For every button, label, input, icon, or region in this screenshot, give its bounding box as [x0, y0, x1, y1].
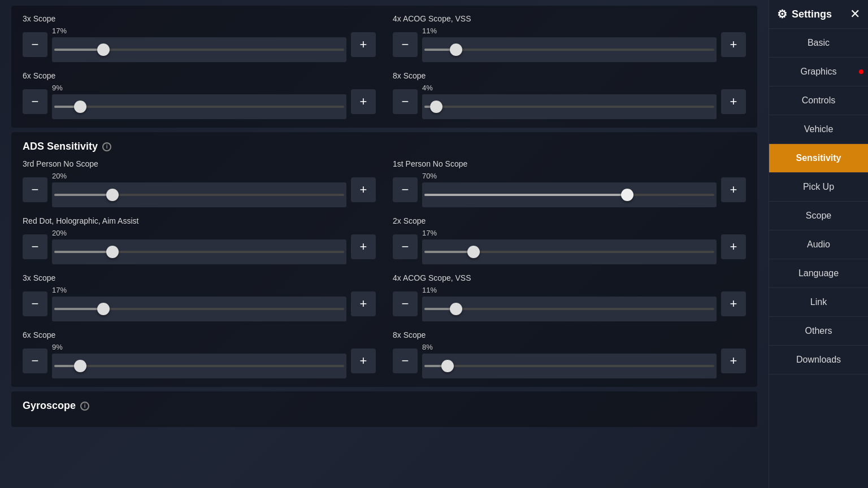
- minus-btn-red-dot[interactable]: −: [23, 234, 47, 259]
- slider-track-3x-scope-ads[interactable]: [52, 297, 346, 321]
- slider-percent-6x-scope-top: 9%: [52, 84, 346, 92]
- slider-item-3x-scope-top: 3x Scope − 17% +: [23, 14, 376, 62]
- minus-btn-4x-acog-ads[interactable]: −: [393, 291, 418, 316]
- plus-btn-red-dot[interactable]: +: [351, 234, 376, 259]
- slider-track-8x-scope-ads[interactable]: [422, 354, 717, 378]
- plus-btn-6x-scope-ads[interactable]: +: [351, 348, 376, 373]
- slider-track-2x-scope[interactable]: [422, 239, 717, 264]
- minus-btn-6x-scope-ads[interactable]: −: [23, 348, 47, 373]
- slider-wrapper-8x-scope-top: 4%: [422, 84, 717, 119]
- plus-btn-2x-scope[interactable]: +: [721, 234, 746, 259]
- slider-row-4x-acog-top: − 11% +: [393, 27, 746, 62]
- slider-wrapper-4x-acog-top: 11%: [422, 27, 717, 62]
- minus-btn-6x-scope-top[interactable]: −: [23, 89, 47, 114]
- sidebar-item-sensitivity-label: Sensitivity: [796, 153, 841, 163]
- minus-btn-8x-scope-top[interactable]: −: [393, 89, 418, 114]
- slider-percent-4x-acog-ads: 11%: [422, 286, 717, 294]
- minus-btn-4x-acog-top[interactable]: −: [393, 32, 418, 57]
- gyroscope-section: Gyroscope i: [11, 391, 757, 427]
- sidebar-item-others[interactable]: Others: [769, 317, 868, 346]
- sidebar-item-controls-label: Controls: [802, 95, 836, 105]
- slider-track-red-dot[interactable]: [52, 239, 346, 264]
- sidebar-item-scope-label: Scope: [806, 211, 831, 220]
- close-button[interactable]: ✕: [850, 7, 860, 21]
- slider-track-4x-acog-top[interactable]: [422, 37, 717, 62]
- slider-row-3rd-person: − 20% +: [23, 172, 376, 207]
- slider-row-3x-scope-top: − 17% +: [23, 27, 376, 62]
- slider-label-1st-person: 1st Person No Scope: [393, 159, 746, 168]
- slider-label-3rd-person: 3rd Person No Scope: [23, 159, 376, 168]
- settings-title: ⚙ Settings: [777, 7, 832, 21]
- minus-btn-8x-scope-ads[interactable]: −: [393, 348, 418, 373]
- sidebar-nav: Basic Graphics Controls Vehicle Sensitiv…: [769, 29, 868, 488]
- minus-btn-2x-scope[interactable]: −: [393, 234, 418, 259]
- gyroscope-info-icon: i: [80, 402, 89, 411]
- slider-wrapper-3x-scope-top: 17%: [52, 27, 346, 62]
- sidebar-item-graphics[interactable]: Graphics: [769, 58, 868, 86]
- slider-label-4x-acog-ads: 4x ACOG Scope, VSS: [393, 273, 746, 282]
- sidebar-item-controls[interactable]: Controls: [769, 86, 868, 115]
- slider-wrapper-6x-scope-top: 9%: [52, 84, 346, 119]
- slider-percent-8x-scope-ads: 8%: [422, 343, 717, 351]
- sidebar-item-pick-up[interactable]: Pick Up: [769, 173, 868, 202]
- slider-row-8x-scope-top: − 4% +: [393, 84, 746, 119]
- top-sliders-grid: 3x Scope − 17% +: [23, 14, 746, 119]
- slider-track-6x-scope-top[interactable]: [52, 94, 346, 119]
- slider-wrapper-1st-person: 70%: [422, 172, 717, 207]
- slider-label-3x-scope-ads: 3x Scope: [23, 273, 376, 282]
- slider-track-3rd-person[interactable]: [52, 182, 346, 207]
- slider-track-1st-person[interactable]: [422, 182, 717, 207]
- slider-row-3x-scope-ads: − 17% +: [23, 286, 376, 321]
- slider-wrapper-3rd-person: 20%: [52, 172, 346, 207]
- slider-label-6x-scope-top: 6x Scope: [23, 71, 376, 80]
- plus-btn-3x-scope-top[interactable]: +: [351, 32, 376, 57]
- plus-btn-4x-acog-ads[interactable]: +: [721, 291, 746, 316]
- ads-sliders-grid: 3rd Person No Scope − 20% +: [23, 159, 746, 378]
- slider-label-3x-scope-top: 3x Scope: [23, 14, 376, 23]
- plus-btn-6x-scope-top[interactable]: +: [351, 89, 376, 114]
- slider-percent-3x-scope-ads: 17%: [52, 286, 346, 294]
- slider-row-4x-acog-ads: − 11% +: [393, 286, 746, 321]
- slider-percent-3rd-person: 20%: [52, 172, 346, 180]
- minus-btn-3x-scope-top[interactable]: −: [23, 32, 47, 57]
- slider-item-6x-scope-top: 6x Scope − 9% +: [23, 71, 376, 119]
- slider-percent-6x-scope-ads: 9%: [52, 343, 346, 351]
- plus-btn-3rd-person[interactable]: +: [351, 177, 376, 202]
- ads-title-text: ADS Sensitivity: [23, 141, 98, 152]
- sidebar-item-downloads[interactable]: Downloads: [769, 346, 868, 374]
- plus-btn-8x-scope-ads[interactable]: +: [721, 348, 746, 373]
- slider-track-8x-scope-top[interactable]: [422, 94, 717, 119]
- slider-wrapper-8x-scope-ads: 8%: [422, 343, 717, 378]
- sidebar-item-audio[interactable]: Audio: [769, 230, 868, 259]
- plus-btn-8x-scope-top[interactable]: +: [721, 89, 746, 114]
- sidebar-item-link[interactable]: Link: [769, 288, 868, 317]
- minus-btn-3x-scope-ads[interactable]: −: [23, 291, 47, 316]
- slider-wrapper-6x-scope-ads: 9%: [52, 343, 346, 378]
- plus-btn-1st-person[interactable]: +: [721, 177, 746, 202]
- sidebar-item-language[interactable]: Language: [769, 259, 868, 288]
- slider-row-6x-scope-ads: − 9% +: [23, 343, 376, 378]
- minus-btn-1st-person[interactable]: −: [393, 177, 418, 202]
- gyroscope-title-text: Gyroscope: [23, 400, 76, 412]
- sidebar-item-basic-label: Basic: [808, 38, 830, 47]
- sidebar-item-sensitivity[interactable]: Sensitivity: [769, 144, 868, 173]
- slider-wrapper-red-dot: 20%: [52, 229, 346, 264]
- ads-sensitivity-section: ADS Sensitivity i 3rd Person No Scope − …: [11, 132, 757, 387]
- minus-btn-3rd-person[interactable]: −: [23, 177, 47, 202]
- sidebar-item-vehicle[interactable]: Vehicle: [769, 115, 868, 144]
- sidebar-item-basic[interactable]: Basic: [769, 29, 868, 58]
- settings-header: ⚙ Settings ✕: [769, 0, 868, 29]
- slider-track-3x-scope-top[interactable]: [52, 37, 346, 62]
- plus-btn-4x-acog-top[interactable]: +: [721, 32, 746, 57]
- sidebar-item-scope[interactable]: Scope: [769, 202, 868, 230]
- slider-wrapper-4x-acog-ads: 11%: [422, 286, 717, 321]
- slider-track-6x-scope-ads[interactable]: [52, 354, 346, 378]
- slider-track-4x-acog-ads[interactable]: [422, 297, 717, 321]
- slider-label-6x-scope-ads: 6x Scope: [23, 330, 376, 339]
- gear-icon: ⚙: [777, 7, 787, 21]
- slider-row-2x-scope: − 17% +: [393, 229, 746, 264]
- plus-btn-3x-scope-ads[interactable]: +: [351, 291, 376, 316]
- slider-percent-2x-scope: 17%: [422, 229, 717, 237]
- sidebar-item-pick-up-label: Pick Up: [803, 182, 834, 191]
- slider-row-red-dot: − 20% +: [23, 229, 376, 264]
